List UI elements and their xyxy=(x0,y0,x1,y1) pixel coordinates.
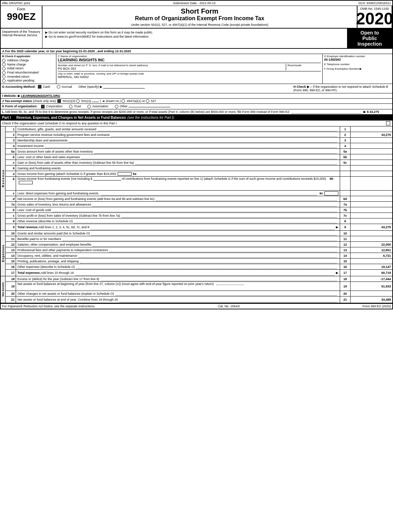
line-5c-row: c Gain or (loss) from sale of assets oth… xyxy=(6,160,392,165)
trust-circle[interactable] xyxy=(69,105,72,108)
line-4-num: 4 xyxy=(6,143,16,148)
final-return-circle xyxy=(2,71,6,75)
room-label: Room/suite xyxy=(288,64,321,67)
final-return-item[interactable]: Final return/terminated xyxy=(2,71,55,75)
line-15-sub: 15 xyxy=(340,259,351,264)
line-15-num: 15 xyxy=(6,259,16,264)
application-pending-item[interactable]: Application pending xyxy=(2,79,55,83)
submission-date: Submission Date - 2021-05-13 xyxy=(173,1,215,5)
line-5a-desc: Gross amount from sale of assets other t… xyxy=(16,149,340,154)
line-7b-sub: 7b xyxy=(340,207,351,213)
net-assets-side-label: Net Assets xyxy=(1,276,6,303)
ein-label: D Employer identification number xyxy=(324,55,391,58)
address-change-item[interactable]: Address charge xyxy=(2,59,55,62)
line-1-desc: Contributions, gifts, grants, and simila… xyxy=(16,126,340,132)
initial-return-label: Initial return xyxy=(7,67,24,70)
line-7a-desc: Gross sales of inventory, less returns a… xyxy=(16,202,340,207)
line-18-num: 18 xyxy=(6,276,16,282)
line-16-value: 19,147 xyxy=(351,264,392,269)
name-change-label: Name charge xyxy=(7,63,26,66)
line-14-num: 14 xyxy=(6,253,16,258)
line-6c-desc: Less: direct expenses from gaming and fu… xyxy=(16,191,340,196)
line-7b-row: b Less: cost of goods sold 7b xyxy=(6,207,392,213)
corp-checkbox[interactable] xyxy=(41,105,45,108)
assoc-circle[interactable] xyxy=(87,105,91,108)
efile-label: efile GRAPHIC print xyxy=(2,1,30,5)
line-13-sub: 13 xyxy=(340,247,351,253)
line-16-row: 16 Other expenses (describe in Schedule … xyxy=(6,264,392,270)
line-5c-sub: 5c xyxy=(340,160,351,165)
line-14-row: 14 Occupancy, rent, utilities, and maint… xyxy=(6,253,392,259)
accrual-circle[interactable] xyxy=(57,85,60,88)
line-6a-num: a xyxy=(6,171,16,176)
expenses-side-label: Expenses xyxy=(1,231,6,276)
org-details-col: C Name of organization LEARNING INSIGHTS… xyxy=(56,54,323,84)
line-5-num: 5a xyxy=(6,149,16,154)
section-k: K Form of organization: Corporation Trus… xyxy=(1,104,392,109)
line-8-num: 8 xyxy=(6,218,16,224)
line-13-desc: Professional fees and other payments to … xyxy=(16,247,340,253)
line-6a-row: a Gross income from gaming (attach Sched… xyxy=(6,171,392,177)
line-18-row: 18 Excess or (deficit) for the year (Sub… xyxy=(6,276,392,282)
line-1-row: 1 Contributions, gifts, grants, and simi… xyxy=(6,126,392,132)
section-l-text: Add lines 5b, 6c, and 7b to line 9 to de… xyxy=(5,110,290,114)
501c3-checkbox[interactable] xyxy=(57,99,61,103)
part-i-check-text: Check if the organization used Schedule … xyxy=(2,122,117,125)
final-return-label: Final return/terminated xyxy=(7,71,39,74)
name-change-circle xyxy=(2,63,6,66)
line-2-value: 43,275 xyxy=(351,132,392,137)
amended-return-circle xyxy=(2,75,6,78)
phone-label: E Telephone number xyxy=(324,63,391,66)
line-21-sub: 21 xyxy=(340,296,351,303)
line-6a-value xyxy=(351,171,392,176)
line-4-desc: Investment income xyxy=(16,143,340,148)
line-21-row: 21 Net assets or fund balances at end of… xyxy=(6,296,392,303)
line-19-value: 51,933 xyxy=(351,282,392,291)
line-14-value: 6,721 xyxy=(351,253,392,258)
address-change-label: Address charge xyxy=(7,59,29,62)
city-label: City or town, state or province, country… xyxy=(58,72,321,75)
other-circle[interactable] xyxy=(115,105,118,108)
part-i-header: Part I Revenue, Expenses, and Changes in… xyxy=(1,115,392,121)
address-change-circle xyxy=(2,59,6,62)
line-12-num: 12 xyxy=(6,242,16,247)
line-8-row: 8 Other revenue (describe in Schedule O)… xyxy=(6,218,392,224)
line-9-row: 9 Total revenue. Add lines 1, 2, 3, 4, 5… xyxy=(6,224,392,230)
line-8-value xyxy=(351,218,392,224)
line-3-row: 3 Membership dues and assessments 3 xyxy=(6,138,392,143)
line-10-num: 10 xyxy=(6,231,16,236)
line-13-value: 12,851 xyxy=(351,247,392,253)
line-2-num: 2 xyxy=(6,132,16,137)
section-l-value: ▶ $ 43,275 xyxy=(363,110,379,114)
ein-value: 26-1382062 xyxy=(324,58,391,61)
line-7a-sub: 7a xyxy=(340,202,351,207)
line-14-sub: 14 xyxy=(340,253,351,258)
line-6c-num: c xyxy=(6,191,16,196)
line-8-desc: Other revenue (describe in Schedule O) xyxy=(16,218,340,224)
line-20-value xyxy=(351,291,392,296)
website-value: LEARNINGINSIGHTS.ORG xyxy=(21,94,60,98)
group-field: F Group Exemption Number ▶ xyxy=(324,67,391,70)
initial-return-item[interactable]: Initial return xyxy=(2,67,55,70)
4947-circle[interactable] xyxy=(121,99,125,103)
line-6d-row: d Net income or (loss) from gaming and f… xyxy=(6,196,392,202)
line-3-value xyxy=(351,138,392,143)
part-i-checkbox[interactable] xyxy=(386,121,390,125)
paperwork-notice: For Paperwork Reduction Act Notice, see … xyxy=(2,304,95,308)
street-field: Number and street (or P. O. box, if mail… xyxy=(58,64,286,70)
line-7a-value xyxy=(351,202,392,207)
line-9-value: 43,275 xyxy=(351,224,392,230)
line-1-num: 1 xyxy=(6,126,16,132)
527-circle[interactable] xyxy=(146,99,149,103)
cash-checkbox[interactable] xyxy=(38,85,41,88)
name-change-item[interactable]: Name charge xyxy=(2,63,55,67)
line-17-num: 17 xyxy=(6,270,16,276)
line-2-desc: Program service revenue including govern… xyxy=(16,132,340,137)
501c-circle[interactable] xyxy=(76,99,80,103)
line-11-value xyxy=(351,236,392,241)
line-18-value: -17,444 xyxy=(351,276,392,282)
line-3-desc: Membership dues and assessments xyxy=(16,138,340,143)
amended-return-item[interactable]: Amended return xyxy=(2,75,55,79)
line-6d-sub: 6d xyxy=(340,196,351,201)
line-7c-desc: Gross profit or (loss) from sales of inv… xyxy=(16,213,340,218)
